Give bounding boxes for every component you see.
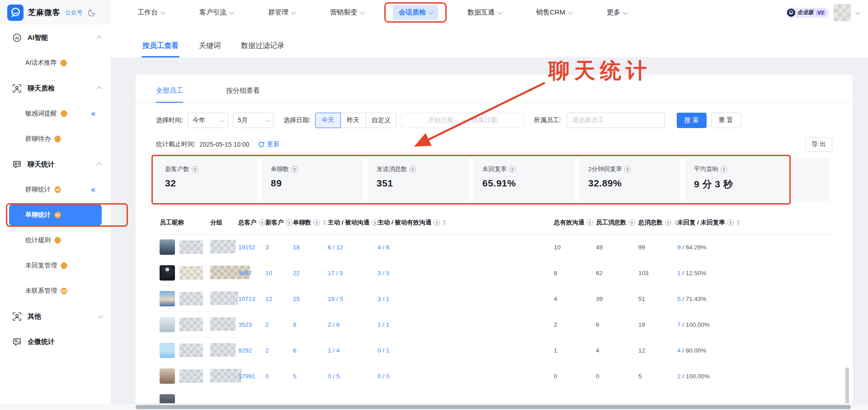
sort-icon[interactable]: [323, 220, 326, 225]
sidebar-section[interactable]: 聊天统计: [0, 152, 111, 177]
topnav-item[interactable]: 更多: [589, 0, 644, 25]
topnav-item[interactable]: 客户引流: [182, 0, 250, 25]
total-customers-cell[interactable]: 4867: [235, 260, 262, 286]
column-header[interactable]: 未回复 / 未回复率: [674, 211, 832, 234]
new-customers-cell[interactable]: 12: [262, 286, 289, 312]
official-account-link[interactable]: 公众号: [65, 9, 83, 17]
unreplied-cell[interactable]: 7 / 100.00%: [674, 312, 832, 338]
sidebar-section[interactable]: 企微统计: [0, 329, 111, 354]
reset-button[interactable]: 重 置: [711, 113, 741, 128]
date-option-button[interactable]: 自定义: [366, 113, 396, 128]
help-icon[interactable]: [665, 219, 671, 226]
unreplied-cell[interactable]: 9 / 64.29%: [674, 234, 832, 260]
unreplied-cell[interactable]: 4 / 80.00%: [674, 338, 832, 363]
new-customers-cell[interactable]: 2: [262, 338, 289, 363]
subtab[interactable]: 按分组查看: [226, 86, 260, 102]
tab[interactable]: 按员工查看: [142, 41, 179, 57]
sidebar-item[interactable]: 群聊统计 v2 ★: [0, 177, 111, 202]
topnav-item[interactable]: 群管理: [250, 0, 312, 25]
chat-count-cell[interactable]: 25: [289, 286, 324, 312]
help-icon[interactable]: [292, 166, 298, 172]
column-header[interactable]: 主动 / 被动有效沟通: [374, 211, 550, 234]
active-passive-cell[interactable]: 2 / 6: [324, 312, 374, 338]
active-passive-effective-cell[interactable]: 4 / 6: [374, 234, 550, 260]
active-passive-cell[interactable]: 19 / 5: [324, 286, 374, 312]
active-passive-effective-cell[interactable]: 3 / 5: [374, 260, 550, 286]
active-passive-effective-cell[interactable]: 0 / 1: [374, 338, 550, 363]
subtab[interactable]: 全部员工: [156, 86, 183, 102]
help-icon[interactable]: [192, 166, 198, 172]
help-icon[interactable]: [509, 166, 515, 172]
horizontal-scrollbar[interactable]: [0, 404, 868, 410]
column-header[interactable]: 总消息数: [635, 211, 674, 234]
sidebar-item[interactable]: 未联系管理 v2 ★: [0, 278, 111, 304]
active-passive-effective-cell[interactable]: 0 / 0: [374, 363, 550, 389]
dark-mode-icon[interactable]: [88, 9, 96, 16]
topnav-item[interactable]: 工作台: [120, 0, 182, 25]
topnav-item[interactable]: 数据互通: [450, 0, 519, 25]
column-header[interactable]: 单聊数: [289, 211, 324, 234]
date-option-button[interactable]: 昨天: [340, 113, 366, 128]
active-passive-effective-cell[interactable]: 1 / 1: [374, 312, 550, 338]
sidebar-section[interactable]: Ai AI智能: [0, 25, 111, 50]
search-button[interactable]: 搜 索: [677, 113, 707, 128]
help-icon[interactable]: [587, 219, 593, 226]
new-customers-cell[interactable]: 3: [262, 234, 289, 260]
help-icon[interactable]: [624, 166, 631, 172]
total-customers-cell[interactable]: 3523: [235, 312, 262, 338]
chat-count-cell[interactable]: 18: [289, 234, 324, 260]
active-passive-cell[interactable]: 6 / 12: [324, 234, 374, 260]
column-header[interactable]: 主动 / 被动沟通: [324, 211, 374, 234]
refresh-link[interactable]: 更新: [258, 140, 279, 148]
sort-icon[interactable]: [443, 220, 446, 225]
sidebar-item[interactable]: 统计规则 ★: [0, 228, 111, 253]
active-passive-cell[interactable]: 1 / 4: [324, 338, 374, 363]
total-customers-cell[interactable]: 17991: [235, 363, 262, 389]
staff-select-input[interactable]: 请选择员工: [566, 113, 665, 128]
chat-count-cell[interactable]: 6: [289, 338, 324, 363]
help-icon[interactable]: [727, 219, 734, 226]
sort-icon[interactable]: [736, 220, 740, 225]
active-passive-cell[interactable]: 0 / 5: [324, 363, 374, 389]
help-icon[interactable]: [721, 166, 727, 172]
sidebar-item[interactable]: 单聊统计 v2 ★: [0, 202, 111, 228]
new-customers-cell[interactable]: 0: [262, 363, 289, 389]
vertical-scrollbar[interactable]: [845, 367, 849, 403]
sidebar-item[interactable]: 敏感词提醒 ★: [0, 101, 111, 126]
chat-count-cell[interactable]: 22: [289, 260, 324, 286]
sidebar-item[interactable]: AI话术推荐 ★: [0, 50, 111, 76]
sidebar-item[interactable]: 未回复管理 ★: [0, 253, 111, 278]
tab[interactable]: 数据过滤记录: [241, 41, 284, 57]
help-icon[interactable]: [434, 219, 440, 226]
sidebar-item[interactable]: 群聊待办 ★: [0, 126, 111, 152]
total-customers-cell[interactable]: 10713: [235, 286, 262, 312]
unreplied-cell[interactable]: 1 / 12.50%: [674, 260, 832, 286]
help-icon[interactable]: [259, 219, 265, 226]
column-header[interactable]: 员工消息数: [592, 211, 635, 234]
sidebar-section[interactable]: 其他: [0, 304, 111, 329]
column-header[interactable]: 总有效沟通: [550, 211, 592, 234]
chevron-down-icon[interactable]: [855, 9, 860, 14]
year-select[interactable]: 今年: [188, 113, 228, 128]
topnav-item[interactable]: 会话质检: [381, 0, 450, 25]
date-option-button[interactable]: 今天: [315, 113, 341, 128]
help-icon[interactable]: [286, 219, 292, 226]
topnav-item[interactable]: 营销裂变: [312, 0, 381, 25]
unreplied-cell[interactable]: 2 / 100.00%: [674, 363, 832, 389]
chat-count-cell[interactable]: 5: [289, 363, 324, 389]
chat-count-cell[interactable]: 8: [289, 312, 324, 338]
sidebar-section[interactable]: 聊天质检: [0, 76, 111, 101]
help-icon[interactable]: [410, 166, 416, 172]
help-icon[interactable]: [314, 219, 320, 226]
total-customers-cell[interactable]: 9292: [235, 338, 262, 363]
active-passive-effective-cell[interactable]: 3 / 1: [374, 286, 550, 312]
horizontal-scrollbar-thumb[interactable]: [136, 405, 851, 409]
topnav-item[interactable]: 销售CRM: [519, 0, 589, 25]
active-passive-cell[interactable]: 17 / 5: [324, 260, 374, 286]
month-select[interactable]: 5月: [233, 113, 274, 128]
export-button[interactable]: 导 出: [805, 137, 832, 152]
tab[interactable]: 关键词: [199, 41, 221, 57]
unreplied-cell[interactable]: 5 / 71.43%: [674, 286, 832, 312]
date-range-input[interactable]: 开始日期 ~ 结束日期: [401, 113, 524, 128]
new-customers-cell[interactable]: 2: [262, 312, 289, 338]
